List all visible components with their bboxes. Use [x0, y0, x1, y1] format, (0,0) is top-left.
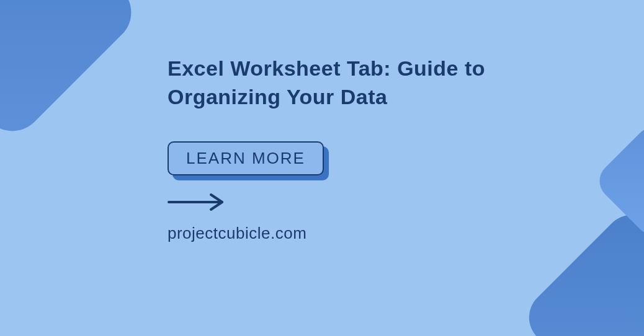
decorative-shape-bottom-right-large: [517, 203, 644, 336]
site-name: projectcubicle.com: [168, 224, 515, 243]
page-title: Excel Worksheet Tab: Guide to Organizing…: [168, 55, 515, 112]
button-label: LEARN MORE: [168, 141, 324, 175]
learn-more-button[interactable]: LEARN MORE: [168, 141, 324, 175]
content-area: Excel Worksheet Tab: Guide to Organizing…: [168, 55, 515, 243]
arrow-icon: [168, 193, 515, 214]
decorative-shape-top-left: [0, 0, 144, 144]
